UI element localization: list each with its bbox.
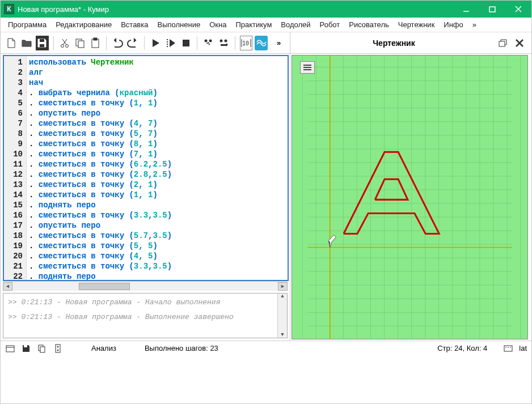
svg-point-7 <box>65 44 68 47</box>
right-panel-title: Чертежник <box>295 39 493 48</box>
stop-button[interactable] <box>179 36 192 50</box>
svg-point-16 <box>205 39 208 42</box>
code-editor[interactable]: 1234567891011121314151617181920212223242… <box>3 55 289 281</box>
svg-rect-1 <box>489 7 495 12</box>
svg-rect-4 <box>40 39 44 42</box>
menubar: Программа Редактирование Вставка Выполне… <box>1 18 531 32</box>
status-window-icon[interactable] <box>5 343 15 354</box>
console-output[interactable]: >> 0:21:13 - Новая программа - Начало вы… <box>3 293 288 338</box>
svg-rect-11 <box>78 41 84 48</box>
copy-button[interactable] <box>73 36 86 50</box>
statusbar: Анализ Выполнено шагов: 23 Стр: 24, Кол:… <box>1 341 531 355</box>
svg-rect-76 <box>504 346 512 351</box>
menu-insert[interactable]: Вставка <box>117 19 152 31</box>
status-save-icon[interactable] <box>21 343 31 354</box>
status-steps: Выполнено шагов: 23 <box>145 344 218 352</box>
run-button[interactable] <box>149 36 162 50</box>
theme-button[interactable] <box>255 36 268 50</box>
canvas-menu-button[interactable] <box>300 61 315 74</box>
step-into-button[interactable] <box>217 36 230 50</box>
svg-point-74 <box>57 346 58 347</box>
svg-rect-73 <box>56 345 60 352</box>
svg-point-19 <box>225 39 227 42</box>
canvas-svg <box>292 56 527 339</box>
menu-edit[interactable]: Редактирование <box>52 19 116 31</box>
step-over-button[interactable] <box>202 36 215 50</box>
run-step-button[interactable] <box>164 36 177 50</box>
menu-more[interactable]: » <box>468 19 480 31</box>
menu-drawer[interactable]: Рисователь <box>345 19 392 31</box>
svg-point-6 <box>61 44 64 47</box>
toggle-linenum-button[interactable]: 10 <box>240 36 253 50</box>
svg-rect-15 <box>183 40 189 46</box>
open-file-button[interactable] <box>20 36 33 50</box>
editor-hscroll[interactable]: ◄ ► <box>3 281 288 291</box>
drawing-canvas[interactable] <box>292 55 528 339</box>
console-line: >> 0:21:13 - Новая программа - Начало вы… <box>8 297 273 308</box>
scroll-left-button[interactable]: ◄ <box>3 282 12 291</box>
svg-rect-70 <box>24 345 27 347</box>
toolbar-right: Чертежник <box>290 32 531 54</box>
console-line: >> 0:21:13 - Новая программа - Выполнени… <box>8 312 273 323</box>
right-pane <box>290 54 531 341</box>
panel-restore-button[interactable] <box>495 36 510 50</box>
svg-rect-68 <box>6 346 14 352</box>
minimize-button[interactable] <box>453 1 479 18</box>
toolbar-more-button[interactable]: » <box>272 36 285 50</box>
line-gutter: 1234567891011121314151617181920212223242… <box>4 56 27 280</box>
redo-button[interactable] <box>126 36 140 50</box>
menu-draftsman[interactable]: Чертежник <box>394 19 439 31</box>
left-pane: 1234567891011121314151617181920212223242… <box>1 54 290 341</box>
keyboard-icon[interactable] <box>503 343 513 354</box>
svg-text:10: 10 <box>242 40 249 46</box>
close-button[interactable] <box>505 1 531 18</box>
new-file-button[interactable] <box>5 36 18 50</box>
maximize-button[interactable] <box>479 1 505 18</box>
menu-info[interactable]: Инфо <box>440 19 467 31</box>
svg-rect-5 <box>40 44 44 47</box>
titlebar: К Новая программа* - Кумир <box>1 1 531 18</box>
undo-button[interactable] <box>111 36 124 50</box>
scroll-thumb[interactable] <box>79 283 130 290</box>
svg-point-17 <box>209 39 212 42</box>
panel-close-button[interactable] <box>512 36 527 50</box>
code-content[interactable]: использовать Чертежник алг нач . выбрать… <box>27 56 288 280</box>
svg-point-75 <box>57 350 58 351</box>
status-copy-icon[interactable] <box>37 343 47 354</box>
menu-run[interactable]: Выполнение <box>153 19 204 31</box>
window-title: Новая программа* - Кумир <box>18 5 453 14</box>
cut-button[interactable] <box>58 36 71 50</box>
save-file-button[interactable] <box>36 36 49 50</box>
app-icon: К <box>4 4 14 14</box>
status-cursor-pos: Стр: 24, Кол: 4 <box>437 344 487 352</box>
scroll-right-button[interactable]: ► <box>278 282 288 291</box>
toolbar-left: 10 » <box>1 32 290 54</box>
svg-line-8 <box>63 39 67 45</box>
menu-program[interactable]: Программа <box>4 19 50 31</box>
paste-button[interactable] <box>88 36 102 50</box>
main-area: 1234567891011121314151617181920212223242… <box>1 54 531 341</box>
svg-line-9 <box>62 39 66 45</box>
svg-rect-20 <box>221 44 226 46</box>
svg-rect-24 <box>499 41 505 46</box>
console-vscroll[interactable]: ▲▼ <box>277 294 287 338</box>
scroll-track[interactable] <box>12 282 278 291</box>
menu-windows[interactable]: Окна <box>205 19 230 31</box>
status-analysis[interactable]: Анализ <box>91 344 116 352</box>
svg-point-18 <box>220 39 223 42</box>
menu-vodoley[interactable]: Водолей <box>277 19 314 31</box>
status-clear-icon[interactable] <box>53 343 63 354</box>
menu-practicum[interactable]: Практикум <box>231 19 276 31</box>
menu-robot[interactable]: Робот <box>316 19 344 31</box>
status-lang[interactable]: lat <box>519 344 527 352</box>
svg-rect-72 <box>40 347 45 352</box>
svg-rect-13 <box>94 38 97 40</box>
